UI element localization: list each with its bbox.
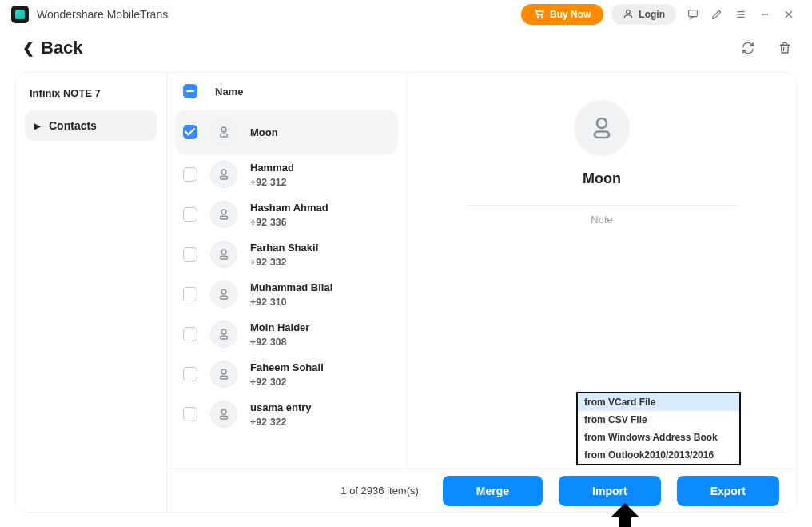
cart-icon — [534, 8, 545, 22]
footer-bar: 1 of 2936 item(s) Merge Import Export — [167, 469, 797, 512]
contact-checkbox[interactable] — [183, 407, 197, 421]
contact-row[interactable]: Hammad+92 312 — [175, 154, 398, 194]
contact-name: Moon — [250, 126, 278, 138]
svg-rect-15 — [221, 336, 228, 339]
item-count: 1 of 2936 item(s) — [340, 485, 419, 497]
avatar — [210, 401, 237, 428]
sidebar: Infinix NOTE 7 ▶ Contacts — [15, 73, 167, 512]
svg-point-18 — [221, 409, 226, 414]
hamburger-icon[interactable] — [729, 2, 753, 26]
contact-name: Hasham Ahmad — [250, 202, 328, 214]
detail-note-label: Note — [591, 214, 612, 226]
import-menu-option[interactable]: from CSV File — [578, 411, 739, 429]
avatar — [210, 361, 237, 388]
contact-phone: +92 308 — [250, 337, 309, 348]
minimize-button[interactable] — [753, 2, 777, 26]
import-menu-option[interactable]: from VCard File — [578, 393, 739, 411]
import-menu-option[interactable]: from Windows Address Book — [578, 429, 739, 446]
import-menu[interactable]: from VCard Filefrom CSV Filefrom Windows… — [576, 392, 741, 465]
contact-checkbox[interactable] — [183, 247, 197, 262]
avatar — [210, 281, 237, 308]
contact-row[interactable]: Farhan Shakil+92 332 — [175, 234, 398, 274]
contact-row[interactable]: Moin Haider+92 308 — [175, 314, 398, 354]
contact-checkbox[interactable] — [183, 327, 197, 341]
user-icon — [623, 8, 634, 22]
device-name: Infinix NOTE 7 — [25, 84, 157, 110]
contact-checkbox[interactable] — [183, 125, 197, 139]
contact-phone: +92 302 — [250, 377, 324, 388]
edit-icon[interactable] — [705, 2, 729, 26]
login-button[interactable]: Login — [611, 4, 676, 25]
contact-phone: +92 336 — [250, 217, 328, 228]
detail-name: Moon — [583, 170, 621, 187]
contact-name: usama entry — [250, 401, 312, 413]
svg-point-6 — [221, 170, 226, 174]
trash-icon[interactable] — [772, 35, 798, 61]
svg-rect-7 — [221, 176, 228, 179]
svg-rect-13 — [221, 296, 228, 299]
contact-name: Moin Haider — [250, 321, 309, 333]
feedback-icon[interactable] — [681, 2, 705, 26]
svg-point-14 — [221, 329, 226, 334]
contact-checkbox[interactable] — [183, 287, 197, 301]
contact-phone: +92 322 — [250, 417, 312, 428]
svg-rect-11 — [221, 256, 228, 259]
contact-name: Muhammad Bilal — [250, 281, 332, 293]
contact-checkbox[interactable] — [183, 207, 197, 222]
svg-rect-19 — [221, 416, 228, 419]
export-button[interactable]: Export — [677, 476, 779, 506]
contact-list-header: Name — [167, 73, 406, 110]
contact-phone: +92 332 — [250, 257, 318, 268]
detail-avatar — [574, 100, 630, 156]
avatar — [210, 241, 237, 268]
chevron-left-icon: ❮ — [22, 39, 34, 57]
contact-list-column: Name MoonHammad+92 312Hasham Ahmad+92 33… — [167, 73, 407, 512]
close-button[interactable] — [777, 2, 801, 26]
avatar — [210, 201, 237, 228]
avatar — [210, 321, 237, 348]
buy-now-button[interactable]: Buy Now — [521, 4, 603, 25]
svg-rect-17 — [221, 376, 228, 379]
select-all-checkbox[interactable] — [183, 84, 197, 98]
contact-phone: +92 312 — [250, 177, 294, 188]
main-panel: Infinix NOTE 7 ▶ Contacts Name MoonHamma… — [14, 72, 798, 513]
svg-rect-21 — [595, 132, 609, 138]
contact-list[interactable]: MoonHammad+92 312Hasham Ahmad+92 336Farh… — [167, 110, 406, 512]
svg-point-1 — [542, 16, 543, 18]
avatar — [210, 161, 237, 188]
sidebar-item-label: Contacts — [49, 119, 97, 132]
import-menu-option[interactable]: from Outlook2010/2013/2016 — [578, 446, 739, 464]
contact-row[interactable]: Faheem Sohail+92 302 — [175, 354, 398, 394]
app-logo — [11, 6, 29, 23]
sync-icon[interactable] — [735, 35, 761, 61]
svg-rect-5 — [221, 134, 228, 137]
svg-point-4 — [221, 127, 226, 132]
back-row: ❮ Back — [0, 29, 812, 72]
import-button[interactable]: Import — [559, 476, 661, 506]
contact-checkbox[interactable] — [183, 167, 197, 182]
merge-button[interactable]: Merge — [443, 476, 543, 506]
svg-rect-9 — [221, 216, 228, 219]
svg-point-10 — [221, 250, 226, 254]
contact-row[interactable]: Muhammad Bilal+92 310 — [175, 274, 398, 314]
svg-point-16 — [221, 369, 226, 374]
contact-name: Hammad — [250, 162, 294, 174]
contact-phone: +92 310 — [250, 297, 332, 308]
titlebar: Wondershare MobileTrans Buy Now Login — [0, 0, 812, 29]
contact-row[interactable]: Hasham Ahmad+92 336 — [175, 194, 398, 234]
svg-point-8 — [221, 210, 226, 214]
sidebar-item-contacts[interactable]: ▶ Contacts — [25, 110, 157, 141]
contact-name: Farhan Shakil — [250, 242, 318, 254]
contact-name: Faheem Sohail — [250, 361, 324, 373]
app-title: Wondershare MobileTrans — [37, 8, 168, 21]
svg-point-2 — [627, 10, 631, 14]
svg-point-20 — [597, 118, 607, 128]
svg-rect-3 — [689, 10, 698, 17]
contact-row[interactable]: Moon — [175, 110, 398, 154]
contact-row[interactable]: usama entry+92 322 — [175, 394, 398, 434]
svg-point-0 — [537, 16, 539, 18]
divider — [466, 205, 738, 206]
triangle-right-icon: ▶ — [34, 122, 41, 130]
contact-checkbox[interactable] — [183, 367, 197, 381]
back-button[interactable]: ❮ Back — [22, 38, 83, 58]
